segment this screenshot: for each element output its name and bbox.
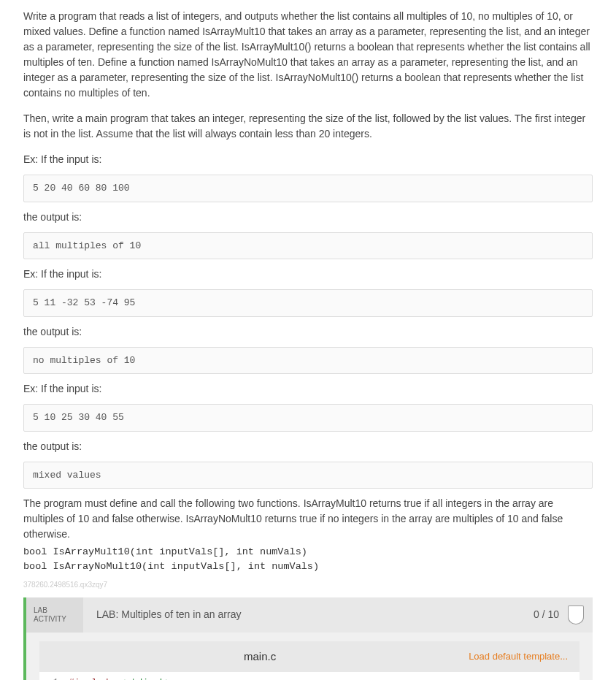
- lab-activity-panel: LAB ACTIVITY LAB: Multiples of ten in an…: [23, 597, 593, 681]
- lab-header: LAB ACTIVITY LAB: Multiples of ten in an…: [26, 597, 593, 633]
- example-intro: Ex: If the input is:: [23, 381, 593, 397]
- example-intro: Ex: If the input is:: [23, 152, 593, 167]
- example-block-1: Ex: If the input is: 5 20 40 60 80 100 t…: [23, 152, 593, 259]
- problem-para-1: Write a program that reads a list of int…: [23, 9, 593, 101]
- example-output: mixed values: [23, 462, 593, 489]
- lab-activity-badge: LAB ACTIVITY: [26, 597, 83, 633]
- code-editor[interactable]: 123456789101112 #include <stdio.h>#inclu…: [39, 672, 580, 680]
- line-number-gutter: 123456789101112: [39, 672, 64, 680]
- lab-score: 0 / 10: [534, 607, 565, 622]
- example-input: 5 10 25 30 40 55: [23, 404, 593, 432]
- example-block-2: Ex: If the input is: 5 11 -32 53 -74 95 …: [23, 267, 593, 374]
- code-line[interactable]: #include <stdio.h>: [69, 676, 580, 680]
- shield-icon: [568, 605, 584, 624]
- problem-para-2: Then, write a main program that takes an…: [23, 111, 593, 142]
- load-default-template-link[interactable]: Load default template...: [469, 649, 568, 664]
- lab-badge-line1: LAB: [34, 606, 76, 615]
- code-content[interactable]: #include <stdio.h>#include <stdbool.h> /…: [64, 672, 580, 680]
- file-header: main.c Load default template...: [39, 641, 580, 673]
- signature-2: bool IsArrayNoMult10(int inputVals[], in…: [23, 559, 593, 574]
- example-output-intro: the output is:: [23, 324, 593, 340]
- example-input: 5 11 -32 53 -74 95: [23, 289, 593, 317]
- example-block-3: Ex: If the input is: 5 10 25 30 40 55 th…: [23, 381, 593, 489]
- example-output: all multiples of 10: [23, 232, 593, 260]
- editor-wrap: main.c Load default template... 12345678…: [26, 633, 593, 681]
- line-number: 1: [39, 676, 58, 680]
- example-output-intro: the output is:: [23, 439, 593, 454]
- signature-1: bool IsArrayMult10(int inputVals[], int …: [23, 545, 593, 559]
- example-input: 5 20 40 60 80 100: [23, 175, 593, 202]
- lab-title: LAB: Multiples of ten in an array: [83, 607, 534, 622]
- example-output-intro: the output is:: [23, 210, 593, 225]
- footer-para: The program must define and call the fol…: [23, 496, 593, 542]
- file-name: main.c: [51, 649, 469, 665]
- example-intro: Ex: If the input is:: [23, 267, 593, 282]
- example-output: no multiples of 10: [23, 347, 593, 375]
- watermark: 378260.2498516.qx3zqy7: [23, 579, 593, 590]
- lab-badge-line2: ACTIVITY: [34, 615, 76, 624]
